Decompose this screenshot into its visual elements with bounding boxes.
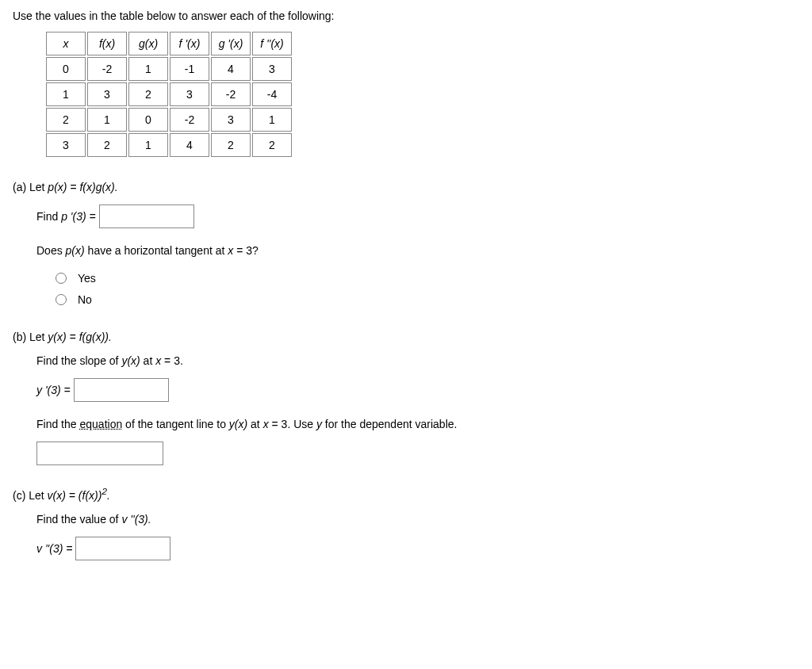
part-b: (b) Let y(x) = f(g(x)). Find the slope o… xyxy=(13,331,799,465)
table-cell: 1 xyxy=(128,57,168,81)
table-cell: 2 xyxy=(128,82,168,106)
table-row: 3 2 1 4 2 2 xyxy=(46,133,292,157)
col-header: g '(x) xyxy=(211,32,251,55)
col-header: g(x) xyxy=(128,32,168,55)
table-cell: -2 xyxy=(211,82,251,106)
table-cell: 1 xyxy=(128,133,168,157)
table-cell: 3 xyxy=(46,133,86,157)
part-c: (c) Let v(x) = (f(x))2. Find the value o… xyxy=(13,486,799,560)
table-cell: 4 xyxy=(170,133,209,157)
y-prime-3-input[interactable] xyxy=(74,378,169,402)
table-cell: -2 xyxy=(87,57,127,81)
radio-no-label: No xyxy=(78,289,92,311)
table-cell: 0 xyxy=(46,57,86,81)
table-cell: -2 xyxy=(170,108,209,132)
table-header-row: x f(x) g(x) f '(x) g '(x) f ''(x) xyxy=(46,32,292,55)
radio-no[interactable] xyxy=(56,294,67,305)
col-header: f ''(x) xyxy=(252,32,292,55)
part-b-tangent-input-row xyxy=(36,442,799,465)
part-c-definition: (c) Let v(x) = (f(x))2. xyxy=(13,486,799,502)
part-b-tangent-line-text: Find the equation of the tangent line to… xyxy=(36,418,799,430)
table-cell: 3 xyxy=(170,82,209,106)
part-b-slope-text: Find the slope of y(x) at x = 3. xyxy=(36,354,799,367)
table-cell: 1 xyxy=(46,82,86,106)
table-cell: -4 xyxy=(252,82,292,106)
table-cell: 1 xyxy=(252,108,292,132)
table-cell: 3 xyxy=(252,57,292,81)
part-b-definition: (b) Let y(x) = f(g(x)). xyxy=(13,331,799,343)
tangent-line-input[interactable] xyxy=(36,442,163,465)
table-cell: 3 xyxy=(211,108,251,132)
table-cell: 4 xyxy=(211,57,251,81)
radio-yes[interactable] xyxy=(56,273,67,284)
table-cell: 2 xyxy=(87,133,127,157)
part-c-find: v ''(3) = xyxy=(36,537,799,560)
part-b-find: y '(3) = xyxy=(36,378,799,402)
table-cell: 1 xyxy=(87,108,127,132)
table-cell: 2 xyxy=(46,108,86,132)
part-a-tangent-question: Does p(x) have a horizontal tangent at x… xyxy=(36,244,799,257)
table-cell: 0 xyxy=(128,108,168,132)
part-c-find-text: Find the value of v ''(3). xyxy=(36,513,799,526)
col-header: f '(x) xyxy=(170,32,209,55)
v-double-prime-3-input[interactable] xyxy=(75,537,170,560)
table-cell: 2 xyxy=(211,133,251,157)
table-cell: 3 xyxy=(87,82,127,106)
table-row: 1 3 2 3 -2 -4 xyxy=(46,82,292,106)
col-header: f(x) xyxy=(87,32,127,55)
table-row: 0 -2 1 -1 4 3 xyxy=(46,57,292,81)
table-cell: 2 xyxy=(252,133,292,157)
table-row: 2 1 0 -2 3 1 xyxy=(46,108,292,132)
part-a-find: Find p '(3) = xyxy=(36,205,799,228)
intro-text: Use the values in the table below to ans… xyxy=(13,10,799,22)
part-a: (a) Let p(x) = f(x)g(x). Find p '(3) = D… xyxy=(13,181,799,310)
col-header: x xyxy=(46,32,86,55)
values-table: x f(x) g(x) f '(x) g '(x) f ''(x) 0 -2 1… xyxy=(44,30,293,159)
part-a-definition: (a) Let p(x) = f(x)g(x). xyxy=(13,181,799,193)
p-prime-3-input[interactable] xyxy=(99,205,194,228)
table-cell: -1 xyxy=(170,57,209,81)
tangent-radio-group: Yes No xyxy=(56,268,799,310)
radio-yes-label: Yes xyxy=(78,268,96,289)
